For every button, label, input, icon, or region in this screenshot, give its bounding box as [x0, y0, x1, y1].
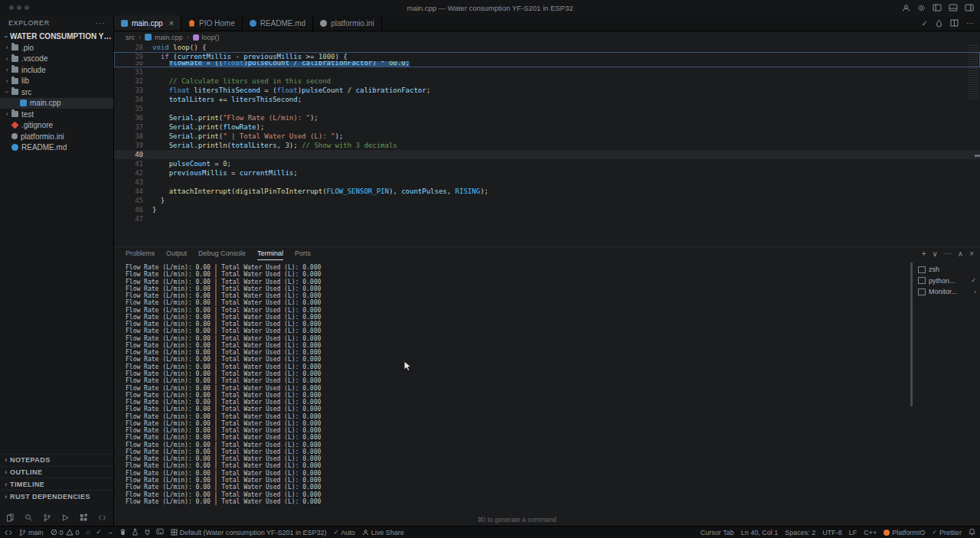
tree-item-.vscode[interactable]: ›.vscode — [0, 54, 113, 65]
run-debug-icon[interactable] — [61, 514, 70, 522]
pio-env-selector[interactable]: Default (Water consumption YF-S201 in ES… — [171, 529, 327, 536]
code-line[interactable]: 40 — [114, 150, 980, 159]
tree-item-main.cpp[interactable]: main.cpp — [0, 98, 113, 109]
status-utf-8[interactable]: UTF-8 — [822, 529, 842, 536]
panel-tab-output[interactable]: Output — [166, 247, 187, 260]
panel-tab-problems[interactable]: Problems — [126, 247, 155, 260]
minimap[interactable] — [969, 45, 978, 100]
remote-indicator[interactable] — [5, 529, 12, 536]
code-line[interactable]: 30 flowRate = ((float)pulseCount / calib… — [114, 61, 980, 67]
git-branch[interactable]: main — [19, 529, 44, 536]
code-line[interactable]: 39 Serial.println(totalLiters, 3); // Sh… — [114, 141, 980, 150]
terminal-dropdown-icon[interactable]: ∨ — [933, 249, 938, 258]
problems-indicator[interactable]: 0 0 — [51, 529, 80, 536]
breadcrumb-item[interactable]: loop() — [193, 34, 220, 41]
pio-build-icon[interactable]: ✓ — [96, 529, 102, 536]
terminal-session-zsh[interactable]: zsh — [914, 264, 980, 276]
panel-tab-ports[interactable]: Ports — [295, 247, 311, 260]
pio-upload-icon[interactable]: → — [107, 529, 114, 536]
project-root[interactable]: › WATER CONSUMPTION YF-S201 I... — [0, 31, 113, 42]
terminal-session-python[interactable]: python...✓ — [914, 276, 980, 287]
tree-item-test[interactable]: ›test — [0, 109, 113, 120]
status-prettier[interactable]: ✓Prettier — [932, 529, 962, 536]
tree-item-platformio.ini[interactable]: platformio.ini — [0, 131, 113, 142]
layout-sidebar-right-icon[interactable] — [965, 4, 974, 11]
sidebar-section-timeline[interactable]: ›TIMELINE — [0, 478, 113, 490]
tree-item-README.md[interactable]: README.md — [0, 142, 113, 154]
terminal-session-Monitor[interactable]: Monitor...› — [914, 286, 980, 298]
code-line[interactable]: 28void loop() { — [114, 43, 980, 52]
status-cursor-tab[interactable]: Cursor Tab — [701, 529, 734, 536]
code-line[interactable]: 32 // Calculate liters used in this seco… — [114, 77, 980, 86]
tab-platformio-ini[interactable]: platformio.ini — [313, 15, 382, 31]
code-line[interactable]: 42 previousMillis = currentMillis; — [114, 168, 980, 178]
code-line[interactable]: 45 } — [114, 196, 980, 205]
code-line[interactable]: 47 — [114, 214, 980, 223]
tab-readme-md[interactable]: README.md — [243, 15, 313, 31]
tree-item-include[interactable]: ›include — [0, 64, 113, 76]
pio-home-icon[interactable]: ⌂ — [87, 529, 90, 536]
tab-main-cpp[interactable]: main.cpp× — [114, 15, 181, 31]
code-line[interactable]: 38 Serial.print(" | Total Water Used (L)… — [114, 132, 980, 141]
extensions-icon[interactable] — [80, 514, 88, 522]
code-line[interactable]: 41 pulseCount = 0; — [114, 159, 980, 168]
source-control-icon[interactable] — [43, 514, 51, 522]
close-tab-icon[interactable]: × — [169, 19, 174, 27]
split-editor-icon[interactable] — [950, 19, 959, 27]
more-actions-icon[interactable]: ··· — [966, 19, 974, 28]
panel-tab-terminal[interactable]: Terminal — [257, 247, 283, 260]
auto-build-toggle[interactable]: ✓ Auto — [334, 529, 355, 536]
layout-sidebar-left-icon[interactable] — [933, 4, 942, 11]
status-c-[interactable]: C++ — [864, 529, 877, 536]
tree-item-lib[interactable]: ›lib — [0, 76, 113, 87]
status-platformio[interactable]: PlatformIO — [884, 529, 925, 536]
code-line[interactable]: 44 attachInterrupt(digitalPinToInterrupt… — [114, 187, 980, 196]
panel-tab-debug-console[interactable]: Debug Console — [198, 247, 246, 260]
pio-terminal-icon[interactable] — [156, 528, 164, 536]
breadcrumb-item[interactable]: main.cpp — [145, 34, 183, 41]
code-line[interactable]: 37 Serial.print(flowRate); — [114, 122, 980, 132]
status-lf[interactable]: LF — [849, 529, 858, 536]
notifications-bell-icon[interactable] — [969, 528, 975, 537]
account-icon[interactable] — [902, 4, 910, 12]
sidebar-section-notepads[interactable]: ›NOTEPADS — [0, 454, 113, 466]
new-terminal-icon[interactable]: + — [922, 249, 926, 258]
live-share[interactable]: Live Share — [362, 529, 404, 536]
panel-more-icon[interactable]: ··· — [944, 249, 952, 258]
pio-clean-icon[interactable] — [119, 528, 126, 537]
remote-explorer-icon[interactable] — [98, 514, 106, 522]
code-line[interactable]: 31 — [114, 67, 980, 77]
settings-gear-icon[interactable] — [917, 4, 926, 12]
code-line[interactable]: 33 float litersThisSecond = (float)pulse… — [114, 86, 980, 95]
explorer-icon[interactable] — [6, 514, 15, 522]
markdown-file-icon — [250, 20, 256, 27]
window-controls[interactable] — [9, 5, 29, 10]
build-check-icon[interactable]: ✓ — [922, 19, 928, 28]
terminal-scrollbar[interactable] — [910, 262, 913, 406]
code-line[interactable]: 36 Serial.print("Flow Rate (L/min): "); — [114, 113, 980, 122]
layout-panel-icon[interactable] — [949, 4, 958, 11]
pio-test-icon[interactable] — [132, 528, 139, 537]
terminal-output-line: Flow Rate (L/min): 0.00 | Total Water Us… — [126, 314, 908, 321]
activity-bar — [6, 514, 106, 522]
status-ln-40-col-1[interactable]: Ln 40, Col 1 — [741, 529, 779, 536]
sidebar-section-rust-dependencies[interactable]: ›RUST DEPENDENCIES — [0, 490, 113, 502]
tree-item-.pio[interactable]: ›.pio — [0, 42, 113, 54]
close-panel-icon[interactable]: × — [969, 249, 974, 258]
code-line[interactable]: 35 — [114, 104, 980, 113]
upload-drop-icon[interactable] — [936, 19, 942, 28]
breadcrumb-item[interactable]: src — [126, 34, 135, 41]
tree-item-src[interactable]: ›src — [0, 86, 113, 98]
sidebar-section-outline[interactable]: ›OUTLINE — [0, 466, 113, 478]
status-spaces-2[interactable]: Spaces: 2 — [785, 529, 815, 536]
search-icon[interactable] — [24, 514, 33, 522]
maximize-panel-icon[interactable]: ∧ — [958, 249, 963, 258]
code-line[interactable]: 29 if (currentMillis - previousMillis >=… — [114, 52, 980, 61]
tab-pio-home[interactable]: PIO Home — [181, 15, 243, 31]
code-line[interactable]: 34 totalLiters += litersThisSecond; — [114, 95, 980, 104]
tree-item-.gitignore[interactable]: .gitignore — [0, 120, 113, 132]
pio-monitor-icon[interactable] — [144, 528, 151, 537]
code-line[interactable]: 46} — [114, 205, 980, 214]
code-line[interactable]: 43 — [114, 178, 980, 187]
explorer-more-actions-icon[interactable]: ··· — [96, 19, 106, 28]
